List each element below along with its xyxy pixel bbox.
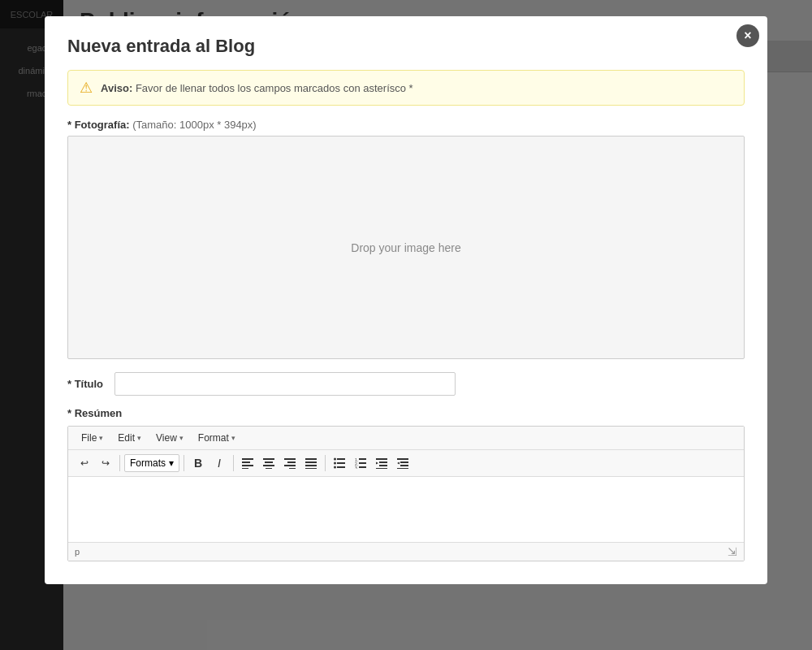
toolbar-separator-4 bbox=[325, 455, 326, 471]
undo-button[interactable]: ↩ bbox=[75, 453, 94, 473]
svg-point-20 bbox=[334, 466, 336, 469]
editor-menu-edit[interactable]: Edit ▾ bbox=[111, 430, 148, 446]
editor-container: File ▾ Edit ▾ View ▾ Format ▾ ↩ bbox=[67, 426, 745, 561]
svg-marker-32 bbox=[376, 462, 378, 465]
svg-rect-35 bbox=[400, 465, 408, 466]
photo-field-label: * Fotografía: (Tamaño: 1000px * 394px) bbox=[67, 119, 745, 131]
editor-menu-view[interactable]: View ▾ bbox=[149, 430, 190, 446]
svg-rect-33 bbox=[397, 458, 408, 460]
formats-label: Formats bbox=[130, 457, 166, 469]
svg-rect-30 bbox=[379, 465, 387, 466]
svg-rect-19 bbox=[337, 462, 345, 464]
toolbar-separator-3 bbox=[233, 455, 234, 471]
formats-dropdown[interactable]: Formats ▾ bbox=[124, 454, 179, 472]
title-label: * Título bbox=[67, 378, 103, 390]
svg-rect-25 bbox=[359, 462, 366, 464]
align-justify-button[interactable] bbox=[301, 453, 321, 473]
svg-rect-5 bbox=[265, 462, 273, 463]
svg-rect-3 bbox=[242, 468, 248, 469]
alert-prefix: Aviso: bbox=[101, 82, 132, 94]
image-dropzone[interactable]: Drop your image here bbox=[67, 136, 745, 359]
align-center-button[interactable] bbox=[259, 453, 279, 473]
svg-point-16 bbox=[334, 458, 336, 461]
svg-rect-34 bbox=[400, 462, 408, 463]
svg-rect-12 bbox=[305, 458, 317, 460]
title-input[interactable] bbox=[114, 372, 456, 396]
svg-rect-14 bbox=[305, 465, 317, 466]
resize-handle: ⇲ bbox=[728, 545, 737, 558]
modal-title: Nueva entrada al Blog bbox=[67, 36, 745, 57]
svg-rect-7 bbox=[266, 468, 272, 469]
editor-menu-format[interactable]: Format ▾ bbox=[192, 430, 242, 446]
editor-path: p bbox=[75, 547, 80, 557]
svg-rect-31 bbox=[376, 468, 387, 469]
svg-rect-15 bbox=[305, 468, 317, 469]
svg-rect-28 bbox=[376, 458, 387, 460]
svg-rect-27 bbox=[359, 466, 366, 468]
indent-button[interactable] bbox=[393, 453, 412, 473]
editor-menu-file[interactable]: File ▾ bbox=[75, 430, 110, 446]
dropzone-text: Drop your image here bbox=[351, 241, 460, 254]
svg-rect-10 bbox=[284, 465, 296, 466]
svg-rect-8 bbox=[284, 458, 296, 460]
svg-rect-29 bbox=[379, 462, 387, 463]
list-ol-button[interactable]: 1.2.3. bbox=[351, 453, 370, 473]
warning-icon: ⚠ bbox=[80, 79, 93, 97]
svg-point-18 bbox=[334, 462, 336, 465]
svg-text:3.: 3. bbox=[355, 466, 358, 469]
svg-rect-4 bbox=[263, 458, 274, 460]
view-menu-caret: ▾ bbox=[179, 434, 184, 442]
alert-box: ⚠ Aviso: Favor de llenar todos los campo… bbox=[67, 70, 745, 106]
svg-rect-21 bbox=[337, 466, 345, 468]
modal-overlay: × Nueva entrada al Blog ⚠ Aviso: Favor d… bbox=[0, 0, 812, 650]
toolbar-separator-1 bbox=[119, 455, 120, 471]
edit-menu-caret: ▾ bbox=[137, 434, 141, 442]
bold-button[interactable]: B bbox=[188, 453, 208, 473]
editor-body[interactable] bbox=[68, 477, 744, 542]
editor-toolbar: ↩ ↪ Formats ▾ B I bbox=[68, 450, 744, 477]
photo-label-strong: * Fotografía: bbox=[67, 119, 130, 131]
italic-button[interactable]: I bbox=[209, 453, 229, 473]
resumen-label: * Resúmen bbox=[67, 407, 745, 419]
list-ul-button[interactable] bbox=[330, 453, 349, 473]
toolbar-separator-2 bbox=[184, 455, 184, 471]
svg-rect-1 bbox=[242, 462, 250, 463]
svg-rect-17 bbox=[337, 458, 345, 460]
file-menu-caret: ▾ bbox=[99, 434, 103, 442]
editor-statusbar: p ⇲ bbox=[68, 542, 744, 561]
outdent-button[interactable] bbox=[372, 453, 391, 473]
svg-rect-9 bbox=[287, 462, 296, 463]
alert-text: Aviso: Favor de llenar todos los campos … bbox=[101, 82, 413, 94]
svg-rect-23 bbox=[359, 458, 366, 460]
svg-rect-6 bbox=[263, 465, 274, 466]
svg-rect-0 bbox=[242, 458, 253, 460]
svg-rect-13 bbox=[305, 462, 317, 463]
modal-close-button[interactable]: × bbox=[736, 24, 759, 47]
redo-button[interactable]: ↪ bbox=[96, 453, 115, 473]
svg-marker-37 bbox=[397, 462, 400, 465]
svg-rect-2 bbox=[242, 465, 253, 466]
title-row: * Título bbox=[67, 372, 745, 396]
editor-menubar: File ▾ Edit ▾ View ▾ Format ▾ bbox=[68, 427, 744, 450]
formats-caret: ▾ bbox=[169, 457, 174, 469]
alert-message: Favor de llenar todos los campos marcado… bbox=[136, 82, 413, 94]
format-menu-caret: ▾ bbox=[231, 434, 235, 442]
svg-rect-11 bbox=[289, 468, 296, 469]
align-right-button[interactable] bbox=[280, 453, 300, 473]
modal-dialog: × Nueva entrada al Blog ⚠ Aviso: Favor d… bbox=[45, 16, 767, 584]
svg-rect-36 bbox=[397, 468, 408, 469]
photo-label-note: (Tamaño: 1000px * 394px) bbox=[132, 119, 256, 131]
align-left-button[interactable] bbox=[238, 453, 257, 473]
